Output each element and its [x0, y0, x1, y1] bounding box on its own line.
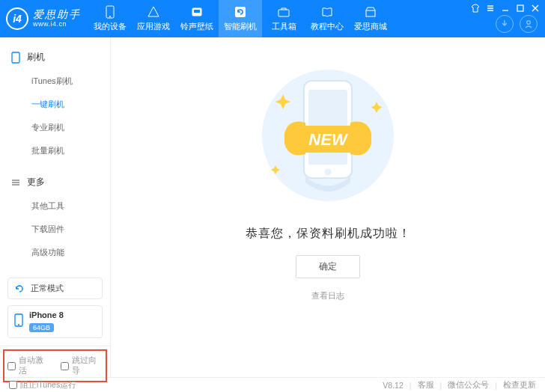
brand-logo-icon: i4: [6, 7, 28, 30]
svg-point-8: [527, 21, 531, 25]
phone-icon: [106, 5, 115, 19]
svg-rect-7: [517, 5, 523, 11]
refresh-icon: [234, 5, 246, 19]
success-message: 恭喜您，保资料刷机成功啦！: [246, 226, 411, 242]
sidebar-group-flash[interactable]: 刷机: [0, 46, 110, 68]
svg-point-1: [109, 16, 111, 17]
auto-activate-checkbox[interactable]: [7, 362, 16, 370]
view-log-link[interactable]: 查看日志: [311, 290, 344, 301]
sidebar: 刷机 iTunes刷机 一键刷机 专业刷机 批量刷机 更多 其他工具 下载固件 …: [0, 37, 111, 377]
support-link[interactable]: 客服: [418, 380, 434, 391]
nav-store[interactable]: 爱思商城: [349, 0, 392, 37]
sidebar-item-batch-flash[interactable]: 批量刷机: [0, 139, 110, 162]
nav-tutorials[interactable]: 教程中心: [305, 0, 349, 37]
account-button[interactable]: [520, 15, 538, 33]
apps-icon: [147, 5, 159, 19]
menu-icon[interactable]: [485, 3, 496, 13]
svg-point-15: [325, 169, 332, 176]
title-bar: i4 爱思助手 www.i4.cn 我的设备 应用游戏 铃声壁纸 智能刷机 工具…: [0, 0, 545, 37]
book-icon: [321, 5, 333, 19]
status-mode-card[interactable]: 正常模式: [7, 278, 103, 299]
primary-nav: 我的设备 应用游戏 铃声壁纸 智能刷机 工具箱 教程中心 爱思商城: [88, 0, 392, 37]
skip-guide-checkbox[interactable]: [61, 362, 69, 370]
close-icon[interactable]: [530, 3, 541, 13]
main-content: NEW 恭喜您，保资料刷机成功啦！ 确定 查看日志: [111, 37, 545, 377]
sidebar-item-pro-flash[interactable]: 专业刷机: [0, 116, 110, 139]
success-illustration: NEW: [246, 64, 410, 209]
device-card[interactable]: iPhone 8 64GB: [7, 305, 103, 338]
sidebar-item-other-tools[interactable]: 其他工具: [0, 195, 110, 218]
brand-name: 爱思助手: [33, 9, 81, 20]
device-phone-icon: [14, 313, 23, 330]
device-name: iPhone 8: [29, 310, 64, 319]
svg-point-11: [18, 324, 19, 325]
option-auto-activate[interactable]: 自动激活: [7, 355, 50, 376]
sidebar-item-itunes-flash[interactable]: iTunes刷机: [0, 70, 110, 93]
svg-rect-5: [278, 10, 289, 16]
brand-url: www.i4.cn: [33, 21, 81, 28]
new-banner-text: NEW: [308, 130, 349, 149]
sidebar-group-more[interactable]: 更多: [0, 171, 110, 193]
check-update-link[interactable]: 检查更新: [503, 380, 536, 391]
ok-button[interactable]: 确定: [296, 255, 360, 278]
refresh-status-icon: [14, 284, 25, 294]
toolbox-icon: [278, 5, 290, 19]
option-skip-guide[interactable]: 跳过向导: [61, 355, 103, 376]
store-icon: [365, 5, 377, 19]
nav-smart-flash[interactable]: 智能刷机: [219, 0, 262, 37]
download-button[interactable]: [496, 15, 514, 33]
ringtone-icon: [191, 5, 203, 19]
more-icon: [10, 177, 21, 188]
sidebar-item-advanced[interactable]: 高级功能: [0, 241, 110, 264]
svg-rect-3: [194, 10, 200, 13]
tshirt-icon[interactable]: [470, 3, 481, 13]
device-storage-badge: 64GB: [29, 323, 54, 332]
sidebar-item-oneclick-flash[interactable]: 一键刷机: [0, 93, 110, 116]
block-itunes-option[interactable]: 阻止iTunes运行: [9, 380, 76, 391]
brand: i4 爱思助手 www.i4.cn: [0, 0, 88, 37]
phone-outline-icon: [10, 52, 21, 63]
minimize-icon[interactable]: [500, 3, 511, 13]
nav-my-device[interactable]: 我的设备: [88, 0, 132, 37]
nav-toolbox[interactable]: 工具箱: [262, 0, 305, 37]
version-label: V8.12: [383, 381, 403, 390]
wechat-link[interactable]: 微信公众号: [448, 380, 489, 391]
sidebar-item-download-fw[interactable]: 下载固件: [0, 218, 110, 241]
nav-ringtones[interactable]: 铃声壁纸: [175, 0, 219, 37]
nav-apps-games[interactable]: 应用游戏: [132, 0, 175, 37]
status-mode-label: 正常模式: [31, 283, 64, 294]
maximize-icon[interactable]: [515, 3, 526, 13]
svg-rect-6: [366, 10, 375, 16]
block-itunes-checkbox[interactable]: [9, 381, 17, 389]
svg-rect-9: [12, 52, 19, 63]
